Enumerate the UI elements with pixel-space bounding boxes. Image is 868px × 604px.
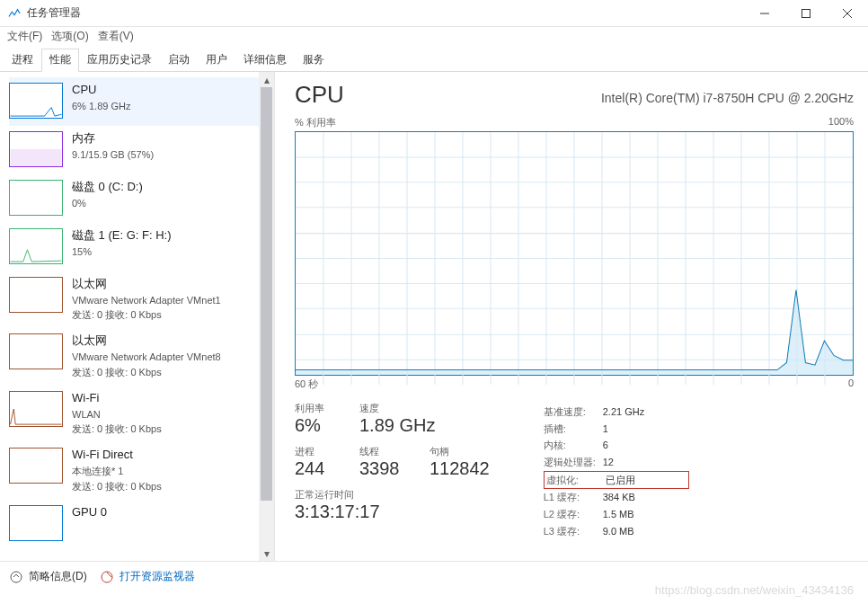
- scroll-thumb[interactable]: [261, 87, 272, 501]
- svg-rect-1: [802, 9, 810, 17]
- sidebar-sub: 发送: 0 接收: 0 Kbps: [72, 422, 162, 435]
- sidebar-item-wifi[interactable]: Wi-Fi WLAN 发送: 0 接收: 0 Kbps: [9, 386, 274, 442]
- spec-label: 虚拟化:: [546, 472, 606, 489]
- app-icon: [7, 6, 22, 21]
- sidebar-item-disk1[interactable]: 磁盘 1 (E: G: F: H:) 15%: [9, 223, 274, 271]
- sidebar-sub: 9.1/15.9 GB (57%): [72, 148, 154, 161]
- cpu-thumb-icon: [9, 83, 63, 119]
- proc-label: 进程: [295, 445, 343, 458]
- svg-rect-4: [11, 149, 62, 166]
- cpu-chart: [295, 131, 854, 376]
- spec-label: L3 缓存:: [544, 523, 603, 540]
- uptime-label: 正常运行时间: [295, 488, 490, 502]
- proc-value: 244: [295, 458, 343, 479]
- spec-value: 已启用: [606, 472, 686, 489]
- uptime-value: 3:13:17:17: [295, 502, 490, 522]
- spec-value: 9.0 MB: [603, 523, 684, 540]
- chart-y-max: 100%: [828, 116, 854, 129]
- sidebar-item-gpu0[interactable]: GPU 0: [9, 500, 274, 548]
- handles-label: 句柄: [430, 445, 490, 458]
- sidebar-sub: 6% 1.89 GHz: [72, 100, 130, 112]
- sidebar-item-memory[interactable]: 内存 9.1/15.9 GB (57%): [9, 126, 274, 174]
- menu-file[interactable]: 文件(F): [7, 29, 42, 44]
- tab-app-history[interactable]: 应用历史记录: [79, 49, 160, 71]
- sidebar-item-disk0[interactable]: 磁盘 0 (C: D:) 0%: [9, 174, 274, 223]
- sidebar-label: 磁盘 0 (C: D:): [72, 180, 143, 195]
- wifi-thumb-icon: [9, 448, 63, 484]
- tab-performance[interactable]: 性能: [41, 49, 79, 72]
- collapse-icon: [9, 570, 23, 584]
- spec-label: 逻辑处理器:: [544, 454, 603, 471]
- virtualization-highlight: 虚拟化:已启用: [544, 471, 689, 490]
- sidebar-label: 内存: [72, 131, 154, 147]
- spec-value: 1: [603, 421, 684, 438]
- sidebar-sub: 本地连接* 1: [72, 465, 162, 477]
- sidebar-item-eth0[interactable]: 以太网 VMware Network Adapter VMnet1 发送: 0 …: [9, 271, 274, 328]
- cpu-model: Intel(R) Core(TM) i7-8750H CPU @ 2.20GHz: [601, 91, 854, 105]
- spec-label: L1 缓存:: [544, 489, 603, 506]
- spec-label: 插槽:: [544, 421, 603, 438]
- menu-bar: 文件(F) 选项(O) 查看(V): [0, 27, 868, 45]
- resource-monitor-icon: [100, 570, 114, 584]
- menu-view[interactable]: 查看(V): [98, 29, 134, 44]
- menu-options[interactable]: 选项(O): [51, 29, 88, 44]
- gpu-thumb-icon: [9, 505, 63, 541]
- brief-info-button[interactable]: 简略信息(D): [9, 569, 87, 584]
- spec-value: 12: [603, 454, 684, 471]
- sidebar-scrollbar[interactable]: ▴ ▾: [259, 72, 274, 561]
- wifi-thumb-icon: [9, 391, 63, 427]
- sidebar-item-eth1[interactable]: 以太网 VMware Network Adapter VMnet8 发送: 0 …: [9, 328, 274, 385]
- minimize-button[interactable]: [744, 0, 785, 27]
- threads-value: 3398: [359, 458, 413, 479]
- tab-services[interactable]: 服务: [295, 49, 332, 71]
- sidebar: CPU 6% 1.89 GHz 内存 9.1/15.9 GB (57%) 磁盘 …: [0, 72, 275, 561]
- ethernet-thumb-icon: [9, 277, 63, 313]
- speed-label: 速度: [359, 402, 435, 415]
- sidebar-item-cpu[interactable]: CPU 6% 1.89 GHz: [9, 77, 274, 126]
- tab-details[interactable]: 详细信息: [235, 49, 295, 71]
- sidebar-sub: 15%: [72, 245, 172, 258]
- tab-bar: 进程 性能 应用历史记录 启动 用户 详细信息 服务: [0, 49, 868, 72]
- ethernet-thumb-icon: [9, 333, 63, 369]
- close-button[interactable]: [827, 0, 868, 27]
- spec-value: 1.5 MB: [603, 506, 684, 523]
- sidebar-item-wifi-direct[interactable]: Wi-Fi Direct 本地连接* 1 发送: 0 接收: 0 Kbps: [9, 442, 274, 499]
- disk-thumb-icon: [9, 180, 63, 216]
- speed-value: 1.89 GHz: [359, 415, 435, 436]
- handles-value: 112842: [430, 458, 490, 479]
- scroll-down-icon[interactable]: ▾: [259, 546, 274, 561]
- specifications: 基准速度:2.21 GHz 插槽:1 内核:6 逻辑处理器:12 虚拟化:已启用…: [544, 404, 689, 540]
- resource-monitor-label: 打开资源监视器: [120, 569, 195, 584]
- tab-processes[interactable]: 进程: [4, 49, 41, 71]
- maximize-button[interactable]: [785, 0, 827, 27]
- util-value: 6%: [295, 415, 343, 436]
- resource-monitor-link[interactable]: 打开资源监视器: [100, 569, 195, 584]
- scroll-up-icon[interactable]: ▴: [259, 72, 274, 87]
- watermark: https://blog.csdn.net/weixin_43434136: [655, 583, 854, 597]
- sidebar-sub: VMware Network Adapter VMnet1: [72, 294, 221, 306]
- sidebar-label: Wi-Fi Direct: [72, 448, 162, 463]
- sidebar-sub: 发送: 0 接收: 0 Kbps: [72, 366, 221, 378]
- sidebar-label: GPU 0: [72, 505, 107, 520]
- spec-value: 2.21 GHz: [603, 404, 684, 421]
- sidebar-label: 磁盘 1 (E: G: F: H:): [72, 228, 172, 244]
- panel-title: CPU: [295, 81, 344, 109]
- threads-label: 线程: [359, 445, 413, 458]
- brief-info-label: 简略信息(D): [29, 569, 87, 584]
- title-bar: 任务管理器: [0, 0, 868, 27]
- sidebar-label: CPU: [72, 83, 130, 98]
- disk-thumb-icon: [9, 228, 63, 264]
- svg-point-33: [11, 572, 22, 582]
- sidebar-sub: WLAN: [72, 408, 162, 421]
- sidebar-label: Wi-Fi: [72, 391, 162, 406]
- sidebar-label: 以太网: [72, 333, 221, 349]
- spec-label: 基准速度:: [544, 404, 603, 421]
- sidebar-sub: 发送: 0 接收: 0 Kbps: [72, 308, 221, 321]
- tab-users[interactable]: 用户: [198, 49, 235, 71]
- spec-value: 384 KB: [603, 489, 684, 506]
- main-panel: CPU Intel(R) Core(TM) i7-8750H CPU @ 2.2…: [275, 72, 868, 561]
- sidebar-sub: VMware Network Adapter VMnet8: [72, 351, 221, 363]
- util-label: 利用率: [295, 402, 343, 415]
- memory-thumb-icon: [9, 131, 63, 167]
- tab-startup[interactable]: 启动: [160, 49, 198, 71]
